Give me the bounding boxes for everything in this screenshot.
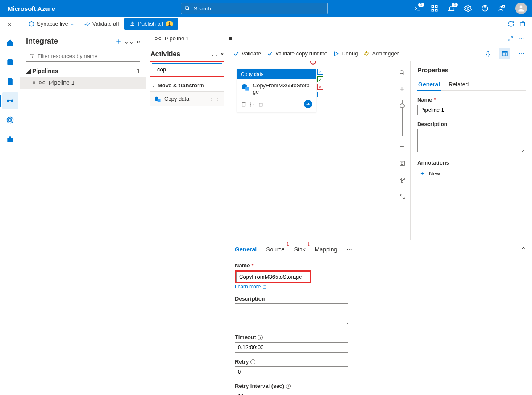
debug-button[interactable]: Debug — [333, 50, 358, 57]
svg-line-68 — [264, 285, 266, 287]
activities-title: Activities — [150, 50, 180, 58]
activity-search-input[interactable] — [157, 66, 228, 73]
activity-item-copy-data[interactable]: Copy data ⋮⋮ — [150, 91, 224, 106]
fullscreen-collapse-button[interactable] — [396, 191, 408, 203]
resource-filter-input[interactable] — [37, 53, 136, 59]
info-icon[interactable]: i — [286, 384, 291, 389]
account-avatar[interactable] — [515, 3, 527, 14]
port-completion[interactable]: → — [317, 92, 323, 97]
pipelines-group[interactable]: ◢ Pipelines 1 — [20, 65, 146, 77]
autolayout-button[interactable] — [396, 174, 408, 186]
fit-button[interactable] — [396, 157, 408, 170]
add-trigger-button[interactable]: Add trigger — [363, 50, 399, 57]
config-description-input[interactable] — [235, 303, 348, 327]
search-icon — [184, 5, 190, 11]
svg-rect-27 — [9, 136, 11, 138]
config-tab-sink[interactable]: Sink1 — [293, 243, 306, 256]
global-search[interactable] — [181, 3, 328, 14]
config-tab-general[interactable]: General — [234, 243, 258, 256]
validate-button[interactable]: Validate — [233, 50, 261, 57]
ellipsis-icon: ⋯ — [346, 246, 352, 253]
props-tab-related[interactable]: Related — [448, 78, 469, 90]
svg-rect-4 — [435, 5, 437, 8]
props-description-input[interactable] — [417, 129, 526, 152]
editor-tab-pipeline1[interactable]: Pipeline 1 — [150, 31, 237, 46]
node-run-button[interactable] — [304, 100, 312, 108]
code-view-button[interactable]: {} — [482, 48, 493, 59]
discard-icon[interactable] — [519, 21, 526, 27]
clone-icon[interactable] — [257, 101, 263, 107]
pipeline-canvas[interactable]: Copy data CopyFromM365toStorage {} — [228, 61, 394, 240]
collapse-config-button[interactable]: ⌃ — [521, 246, 526, 253]
config-tab-more[interactable]: ⋯ — [345, 243, 353, 256]
config-retry-input[interactable] — [235, 366, 348, 377]
zoom-in-button[interactable]: + — [396, 83, 408, 96]
nav-develop[interactable] — [2, 73, 18, 90]
drag-handle-icon[interactable]: ⋮⋮ — [209, 96, 221, 102]
config-tab-source[interactable]: Source1 — [265, 243, 285, 256]
props-add-annotation-button[interactable]: ＋ New — [417, 166, 526, 181]
pipeline-item-1[interactable]: Pipeline 1 — [20, 77, 146, 89]
copy-data-icon — [241, 82, 250, 92]
zoom-thumb[interactable] — [400, 103, 405, 108]
refresh-icon[interactable] — [508, 21, 514, 27]
zoom-search-button[interactable] — [396, 66, 408, 79]
collapse-panel-button[interactable]: « — [137, 39, 140, 44]
required-icon: * — [251, 262, 253, 269]
port-success[interactable]: ✓ — [317, 76, 323, 82]
global-search-input[interactable] — [190, 5, 324, 12]
editor-more-button[interactable]: ⋯ — [516, 36, 528, 42]
feedback-button[interactable] — [493, 0, 510, 17]
port-retry[interactable]: ↺ — [317, 69, 323, 75]
hexagon-icon — [29, 21, 34, 27]
svg-rect-3 — [432, 5, 434, 8]
cloud-shell-button[interactable]: 1 — [409, 0, 426, 17]
settings-button[interactable] — [460, 0, 477, 17]
expand-all-icon[interactable]: ⌄⌄ — [211, 52, 218, 57]
copy-data-node[interactable]: Copy data CopyFromM365toStorage {} — [237, 69, 316, 112]
notifications-button[interactable]: 1 — [443, 0, 460, 17]
port-failure[interactable]: ✕ — [317, 84, 323, 90]
expand-editor-button[interactable] — [504, 36, 516, 42]
info-icon[interactable]: i — [258, 335, 263, 340]
svg-point-10 — [500, 6, 502, 8]
pipeline-icon — [155, 36, 161, 41]
config-retry-interval-label: Retry interval (sec) — [235, 383, 284, 389]
delete-icon[interactable] — [241, 101, 247, 107]
nav-home[interactable] — [2, 34, 18, 51]
more-button[interactable]: ⋯ — [516, 48, 527, 59]
props-name-input[interactable] — [417, 105, 526, 115]
zoom-slider[interactable] — [402, 100, 403, 136]
help-button[interactable] — [477, 0, 493, 17]
nav-manage[interactable] — [2, 131, 18, 148]
activity-search[interactable] — [152, 63, 222, 75]
nav-monitor[interactable] — [2, 112, 18, 128]
activity-category-move-transform[interactable]: ⌄ Move & transform — [150, 80, 224, 91]
config-retry-interval-input[interactable] — [235, 391, 348, 395]
expand-nav-button[interactable]: » — [0, 17, 20, 31]
config-timeout-input[interactable] — [235, 342, 348, 353]
collapse-activities-button[interactable]: « — [221, 52, 224, 57]
directory-switch-button[interactable] — [426, 0, 443, 17]
learn-more-link[interactable]: Learn more — [235, 284, 267, 290]
config-tab-mapping[interactable]: Mapping — [314, 243, 338, 256]
svg-rect-26 — [7, 138, 13, 142]
publish-all-button[interactable]: Publish all 1 — [124, 18, 178, 30]
resource-filter[interactable] — [26, 50, 140, 62]
svg-point-56 — [400, 71, 403, 74]
svg-point-31 — [39, 81, 41, 84]
validate-all-button[interactable]: Validate all — [80, 18, 123, 30]
svg-point-25 — [9, 119, 11, 120]
code-icon[interactable]: {} — [250, 101, 254, 107]
config-name-input[interactable] — [236, 272, 310, 282]
nav-integrate[interactable] — [2, 92, 18, 109]
props-tab-general[interactable]: General — [417, 78, 441, 90]
synapse-live-button[interactable]: Synapse live ⌄ — [24, 18, 78, 30]
add-resource-button[interactable] — [116, 39, 121, 44]
zoom-out-button[interactable]: − — [396, 140, 408, 153]
nav-data[interactable] — [2, 54, 18, 71]
info-icon[interactable]: i — [250, 359, 255, 364]
expand-all-button[interactable]: ⌄⌄ — [124, 39, 134, 44]
validate-runtime-button[interactable]: Validate copy runtime — [267, 50, 327, 57]
properties-toggle-button[interactable] — [499, 48, 510, 59]
